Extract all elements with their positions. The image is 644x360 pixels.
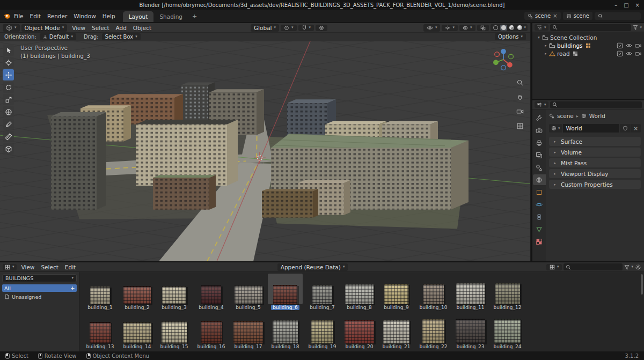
snap-toggle-button[interactable]: ▾	[298, 25, 314, 31]
editor-type-button[interactable]: ▾	[3, 24, 20, 32]
navigation-gizmo[interactable]	[489, 46, 517, 74]
options-dropdown[interactable]: Options ▾	[495, 33, 526, 40]
view-layer-selector[interactable]: scene	[563, 12, 592, 20]
viewport-menu-select[interactable]: Select	[89, 24, 112, 32]
asset-building_23[interactable]: building_23	[452, 313, 489, 352]
asset-editor-type-button[interactable]: ▾	[3, 264, 17, 270]
asset-search-input[interactable]	[564, 263, 623, 270]
properties-tab-object-data[interactable]	[533, 224, 546, 234]
object-visibility-dropdown[interactable]: ▾	[423, 24, 441, 32]
fake-user-button[interactable]	[620, 124, 631, 133]
properties-tab-tool[interactable]	[533, 113, 546, 123]
transform-orientation-select[interactable]: Global ▾	[251, 24, 279, 32]
hide-eye-icon[interactable]	[626, 50, 632, 57]
asset-building_21[interactable]: building_21	[378, 313, 415, 352]
asset-building_18[interactable]: building_18	[267, 313, 304, 352]
shading-wireframe-button[interactable]	[492, 25, 499, 31]
outliner-row-road[interactable]: ▸road	[532, 49, 644, 57]
filter-icon[interactable]	[624, 265, 630, 270]
tool-cursor[interactable]	[3, 57, 14, 68]
shading-material-button[interactable]	[508, 25, 515, 31]
mode-select[interactable]: Object Mode ▾	[21, 24, 68, 32]
menu-help[interactable]: Help	[99, 12, 119, 20]
asset-building_3[interactable]: building_3	[156, 274, 193, 313]
viewport-menu-add[interactable]: Add	[113, 24, 130, 32]
orientation-setting-select[interactable]: Default ▾	[40, 33, 76, 40]
expand-icon[interactable]: ▸	[543, 52, 549, 56]
properties-tab-output[interactable]	[533, 137, 546, 148]
outliner-search-input[interactable]	[550, 24, 632, 31]
disable-render-camera-icon[interactable]	[635, 42, 641, 49]
catalog-filter-select[interactable]: BUILDINGS ▾	[2, 274, 77, 282]
tool-annotate[interactable]	[3, 119, 14, 130]
menu-edit[interactable]: Edit	[27, 12, 44, 20]
outliner-row-scene-collection[interactable]: ▾Scene Collection	[532, 33, 644, 41]
search-field[interactable]	[595, 12, 641, 20]
asset-building_7[interactable]: building_7	[304, 274, 341, 313]
breadcrumb-context[interactable]: World	[589, 113, 605, 119]
add-catalog-icon[interactable]	[70, 286, 75, 291]
asset-building_8[interactable]: building_8	[341, 274, 378, 313]
asset-building_19[interactable]: building_19	[304, 313, 341, 352]
viewport-canvas[interactable]: User Perspective (1) buildings | buildin…	[0, 41, 530, 261]
asset-building_1[interactable]: building_1	[82, 274, 119, 313]
outliner-row-buildings[interactable]: ▸buildings	[532, 41, 644, 49]
properties-tab-texture[interactable]	[533, 236, 546, 247]
properties-search-input[interactable]	[550, 101, 642, 108]
asset-building_22[interactable]: building_22	[415, 313, 452, 352]
properties-tab-view-layer[interactable]	[533, 150, 546, 160]
outliner-editor-type-button[interactable]: ▾	[535, 24, 548, 31]
panel-viewport-display[interactable]: ▸Viewport Display	[549, 169, 641, 178]
drag-setting-select[interactable]: Select Box ▾	[102, 33, 141, 40]
tool-select-box[interactable]	[3, 45, 14, 56]
minimize-button[interactable]: –	[614, 2, 617, 8]
tool-measure[interactable]	[3, 131, 14, 142]
blender-logo-icon[interactable]	[3, 12, 11, 20]
camera-view-icon[interactable]	[516, 108, 524, 117]
asset-menu-view[interactable]: View	[18, 263, 38, 271]
properties-tab-constraints[interactable]	[533, 211, 546, 222]
scene-datablock-selector[interactable]: scene ×	[524, 12, 561, 20]
workspace-tab-shading[interactable]: Shading	[153, 11, 188, 22]
tool-transform[interactable]	[3, 106, 14, 117]
menu-window[interactable]: Window	[70, 12, 99, 20]
panel-surface[interactable]: ▸Surface	[549, 137, 641, 146]
panel-mist-pass[interactable]: ▸Mist Pass	[549, 158, 641, 167]
tool-move[interactable]	[3, 69, 14, 80]
asset-building_17[interactable]: building_17	[230, 313, 267, 352]
show-overlays-dropdown[interactable]: ▾	[459, 25, 475, 31]
move-view-icon[interactable]	[516, 93, 524, 102]
exclude-checkbox-icon[interactable]	[617, 42, 623, 49]
breadcrumb-scene[interactable]: scene	[557, 113, 574, 119]
toggle-xray-button[interactable]	[477, 25, 489, 31]
zoom-icon[interactable]	[516, 79, 524, 88]
tool-scale[interactable]	[3, 94, 14, 105]
pivot-point-button[interactable]: ▾	[281, 25, 297, 31]
asset-building_9[interactable]: building_9	[378, 274, 415, 313]
properties-tab-scene[interactable]	[533, 162, 546, 173]
browse-world-button[interactable]: ▾	[549, 124, 562, 133]
hide-eye-icon[interactable]	[626, 42, 632, 49]
asset-building_24[interactable]: building_24	[489, 313, 526, 352]
asset-building_13[interactable]: building_13	[82, 313, 119, 352]
close-button[interactable]: ×	[635, 2, 640, 8]
menu-file[interactable]: File	[11, 12, 27, 20]
shading-solid-button[interactable]	[500, 25, 507, 31]
viewport-menu-view[interactable]: View	[69, 24, 89, 32]
tool-rotate[interactable]	[3, 82, 14, 93]
display-size-button[interactable]: ▾	[546, 264, 562, 270]
tool-add-cube[interactable]	[3, 143, 14, 155]
maximize-button[interactable]: □	[624, 2, 628, 8]
shading-rendered-button[interactable]	[516, 25, 523, 31]
unlink-icon[interactable]: ×	[553, 13, 557, 19]
properties-tab-physics[interactable]	[533, 199, 546, 210]
scrollbar[interactable]	[641, 274, 643, 295]
add-workspace-button[interactable]: +	[188, 11, 201, 22]
asset-building_14[interactable]: building_14	[119, 313, 156, 352]
collapse-icon[interactable]: ▾	[536, 35, 542, 40]
asset-building_5[interactable]: building_5	[230, 274, 267, 313]
world-name-field[interactable]: World	[563, 124, 619, 133]
panel-custom-properties[interactable]: ▸Custom Properties	[549, 180, 641, 189]
catalog-all[interactable]: All	[2, 284, 77, 292]
asset-building_20[interactable]: building_20	[341, 313, 378, 352]
